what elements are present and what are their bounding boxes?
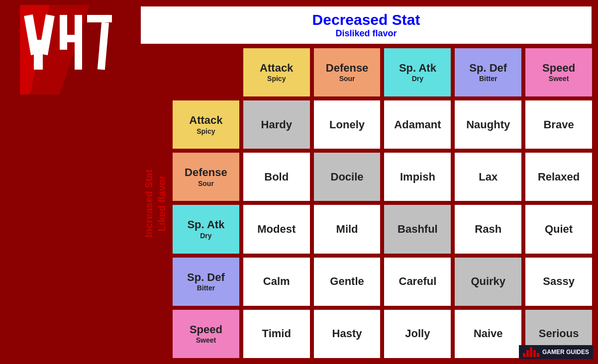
svg-rect-8 — [87, 15, 112, 22]
header-box: Decreased Stat Disliked flavor — [139, 5, 593, 45]
col-header-speed: Speed Sweet — [524, 47, 593, 97]
col-header-attack: Attack Spicy — [242, 47, 311, 97]
nature-timid: Timid — [242, 309, 311, 359]
logo-area — [0, 0, 139, 364]
col-header-spatk: Sp. Atk Dry — [383, 47, 452, 97]
nature-docile: Docile — [313, 152, 382, 202]
corner-cell — [172, 47, 240, 97]
nature-brave: Brave — [524, 99, 593, 150]
nature-hasty: Hasty — [313, 309, 382, 359]
nature-sassy: Sassy — [524, 257, 593, 307]
disliked-flavor-subtitle: Disliked flavor — [146, 28, 587, 39]
nature-calm: Calm — [242, 257, 311, 307]
gg-text: GAMER GUIDES — [542, 349, 589, 356]
nature-modest: Modest — [242, 204, 311, 254]
nature-mild: Mild — [313, 204, 382, 254]
svg-rect-9 — [98, 22, 109, 70]
nature-hardy: Hardy — [242, 99, 311, 150]
side-label-area: Increased StatLiked flavor — [139, 47, 172, 359]
nature-impish: Impish — [383, 152, 452, 202]
nature-quiet: Quiet — [524, 204, 593, 254]
nature-jolly: Jolly — [383, 309, 452, 359]
nature-gentle: Gentle — [313, 257, 382, 307]
decreased-stat-title: Decreased Stat — [146, 11, 587, 28]
svg-rect-4 — [34, 40, 43, 70]
content-area: Decreased Stat Disliked flavor Increased… — [139, 0, 598, 364]
col-header-spdef: Sp. Def Bitter — [454, 47, 522, 97]
col-header-defense: Defense Sour — [313, 47, 382, 97]
nature-rash: Rash — [454, 204, 522, 254]
nature-grid: Attack Spicy Defense Sour Sp. Atk Dry Sp… — [172, 47, 593, 359]
nature-quirky: Quirky — [454, 257, 522, 307]
row-header-spatk: Sp. Atk Dry — [172, 204, 240, 254]
svg-rect-5 — [60, 15, 67, 50]
nature-naughty: Naughty — [454, 99, 522, 150]
row-header-defense: Defense Sour — [172, 152, 240, 202]
main-container: Decreased Stat Disliked flavor Increased… — [0, 0, 598, 364]
gamer-guides-logo: GAMER GUIDES — [519, 345, 593, 359]
nature-naive: Naive — [454, 309, 522, 359]
nature-adamant: Adamant — [383, 99, 452, 150]
increased-stat-label: Increased StatLiked flavor — [143, 169, 169, 237]
nature-careful: Careful — [383, 257, 452, 307]
nature-lax: Lax — [454, 152, 522, 202]
row-header-attack: Attack Spicy — [172, 99, 240, 150]
table-wrapper: Increased StatLiked flavor Attack Spicy … — [139, 47, 593, 359]
row-header-speed: Speed Sweet — [172, 309, 240, 359]
game-logo — [20, 5, 119, 94]
nature-bashful: Bashful — [383, 204, 452, 254]
svg-rect-7 — [75, 15, 82, 70]
nature-lonely: Lonely — [313, 99, 382, 150]
row-header-spdef: Sp. Def Bitter — [172, 257, 240, 307]
nature-relaxed: Relaxed — [524, 152, 593, 202]
gg-icon — [523, 347, 539, 357]
nature-bold: Bold — [242, 152, 311, 202]
